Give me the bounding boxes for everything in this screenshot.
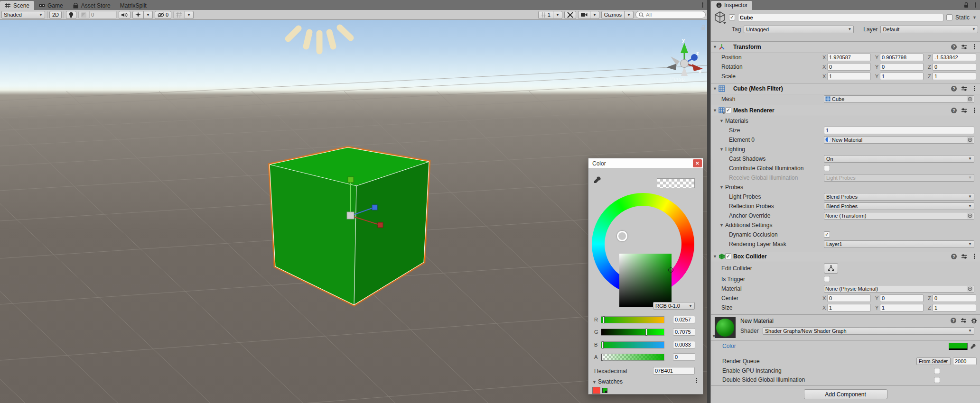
object-picker-icon[interactable] <box>967 137 973 143</box>
reflection-probes-dropdown[interactable]: Blend Probes▼ <box>824 202 974 210</box>
material-foldout[interactable]: ▼ <box>712 334 716 339</box>
close-icon[interactable]: ✕ <box>693 159 702 167</box>
box-collider-enabled-checkbox[interactable]: ✓ <box>725 253 731 259</box>
color-mode-dropdown[interactable]: RGB 0-1.0▼ <box>653 302 695 310</box>
position-z-field[interactable] <box>933 54 976 61</box>
scene-lighting-button[interactable] <box>66 11 76 19</box>
green-slider[interactable] <box>601 329 664 336</box>
component-menu-icon[interactable] <box>971 44 977 50</box>
center-y-field[interactable] <box>880 294 924 302</box>
materials-foldout-row[interactable]: ▼Materials <box>711 116 980 126</box>
scene-camera-button[interactable] <box>578 11 590 19</box>
size-z-field[interactable] <box>933 304 976 311</box>
component-menu-icon[interactable] <box>971 85 977 92</box>
presets-icon[interactable] <box>961 254 967 259</box>
hue-selector[interactable] <box>617 231 627 241</box>
static-checkbox[interactable] <box>946 14 952 20</box>
eyedropper-icon[interactable] <box>593 175 602 184</box>
gizmos-button[interactable]: Gizmos <box>601 11 625 19</box>
center-z-field[interactable] <box>933 294 976 302</box>
layer-dropdown[interactable]: Default▼ <box>880 26 978 33</box>
rotation-x-field[interactable] <box>827 63 871 71</box>
orientation-gizmo[interactable]: y x z <box>666 37 703 76</box>
mesh-object-field[interactable]: Cube <box>824 95 974 103</box>
green-value-field[interactable] <box>673 328 695 336</box>
element0-object-field[interactable]: New Material <box>824 136 974 144</box>
color-property-label[interactable]: Color <box>722 343 736 349</box>
mesh-renderer-header[interactable]: ▼ ✓ Mesh Renderer ? <box>711 105 980 116</box>
custom-tools-button[interactable] <box>564 11 576 19</box>
scale-z-field[interactable] <box>933 73 976 80</box>
size-y-field[interactable] <box>880 304 924 311</box>
additional-settings-foldout-row[interactable]: ▼Additional Settings <box>711 220 980 230</box>
sv-selector[interactable] <box>668 267 673 273</box>
gpu-instancing-checkbox[interactable] <box>934 368 940 374</box>
scene-camera-dropdown[interactable]: ▼ <box>590 11 599 19</box>
light-probes-dropdown[interactable]: Blend Probes▼ <box>824 193 974 201</box>
render-queue-value-field[interactable] <box>953 357 977 365</box>
gear-icon[interactable] <box>971 318 977 324</box>
scale-y-field[interactable] <box>880 73 924 80</box>
tab-game[interactable]: Game <box>34 1 68 10</box>
shading-mode-dropdown[interactable]: Shaded ▼ <box>1 11 45 18</box>
rotation-y-field[interactable] <box>880 63 924 71</box>
scene-effects-button[interactable] <box>132 11 144 19</box>
edit-collider-button[interactable] <box>824 263 838 274</box>
object-picker-icon[interactable] <box>967 213 973 219</box>
contribute-gi-checkbox[interactable] <box>824 165 830 171</box>
scene-grid-dropdown[interactable]: ▼ <box>185 11 194 19</box>
scene-audio-button[interactable] <box>119 11 131 19</box>
color-swatch[interactable] <box>949 343 968 350</box>
presets-icon[interactable] <box>961 86 967 92</box>
material-preview[interactable] <box>715 317 736 338</box>
inspector-menu-icon[interactable] <box>972 2 978 8</box>
scene-search-input[interactable] <box>646 12 698 18</box>
panel-divider[interactable] <box>707 0 710 403</box>
tab-matrixsplit[interactable]: MatrixSplit <box>115 1 151 10</box>
exposure-icon-button[interactable] <box>78 11 89 19</box>
size-x-field[interactable] <box>827 304 871 311</box>
blue-value-field[interactable] <box>673 341 695 348</box>
probes-foldout-row[interactable]: ▼Probes <box>711 183 980 192</box>
presets-icon[interactable] <box>961 44 967 50</box>
mesh-filter-header[interactable]: ▼ Cube (Mesh Filter) ? <box>711 83 980 94</box>
tag-dropdown[interactable]: Untagged▼ <box>744 26 854 33</box>
eyedropper-icon[interactable] <box>970 343 976 349</box>
scene-effects-dropdown[interactable]: ▼ <box>144 11 153 19</box>
position-x-field[interactable] <box>827 54 871 61</box>
anchor-override-field[interactable]: None (Transform) <box>824 212 974 220</box>
rotation-z-field[interactable] <box>933 63 976 71</box>
render-queue-mode-dropdown[interactable]: From Shader▼ <box>916 357 951 365</box>
saturation-value-box[interactable] <box>619 254 672 307</box>
presets-icon[interactable] <box>961 318 967 323</box>
component-menu-icon[interactable] <box>971 253 977 259</box>
swatch-current-green[interactable] <box>602 388 607 393</box>
alpha-value-field[interactable] <box>673 353 695 361</box>
position-y-field[interactable] <box>880 54 924 61</box>
object-picker-icon[interactable] <box>967 96 973 102</box>
swatches-foldout[interactable]: ▼Swatches <box>592 378 623 385</box>
materials-size-field[interactable] <box>824 127 974 134</box>
hex-value-field[interactable] <box>653 367 695 375</box>
exposure-value-field[interactable] <box>89 11 117 18</box>
grid-opacity-dropdown[interactable]: ▼ <box>553 11 562 19</box>
object-picker-icon[interactable] <box>967 286 973 292</box>
help-icon[interactable]: ? <box>951 108 957 113</box>
alpha-slider[interactable] <box>601 354 664 361</box>
gameobject-active-checkbox[interactable]: ✓ <box>729 14 735 20</box>
box-collider-header[interactable]: ▼ ✓ Box Collider ? <box>711 251 980 262</box>
add-component-button[interactable]: Add Component <box>804 389 887 399</box>
shader-dropdown[interactable]: Shader Graphs/New Shader Graph▼ <box>763 327 974 335</box>
help-icon[interactable]: ? <box>951 318 956 323</box>
component-menu-icon[interactable] <box>971 107 977 113</box>
blue-slider[interactable] <box>601 341 664 348</box>
rendering-layer-mask-dropdown[interactable]: Layer1▼ <box>824 240 974 248</box>
swatch-red[interactable] <box>592 387 600 394</box>
gizmos-dropdown[interactable]: ▼ <box>625 11 634 19</box>
inspector-lock-icon[interactable] <box>964 2 969 8</box>
is-trigger-checkbox[interactable] <box>824 276 830 282</box>
scene-panel-menu-icon[interactable] <box>700 2 705 8</box>
center-x-field[interactable] <box>827 294 871 302</box>
tab-asset-store[interactable]: Asset Store <box>68 1 115 10</box>
help-icon[interactable]: ? <box>951 44 957 50</box>
